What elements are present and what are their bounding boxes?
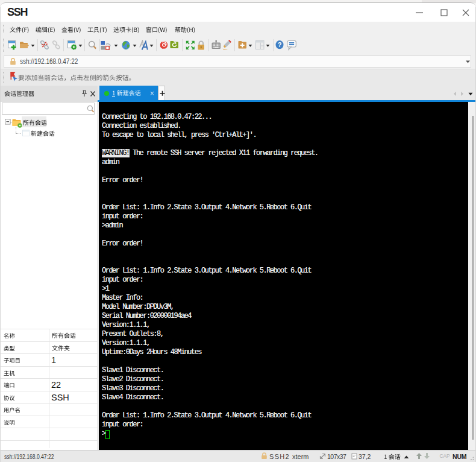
svg-text:?: ? (278, 41, 282, 48)
